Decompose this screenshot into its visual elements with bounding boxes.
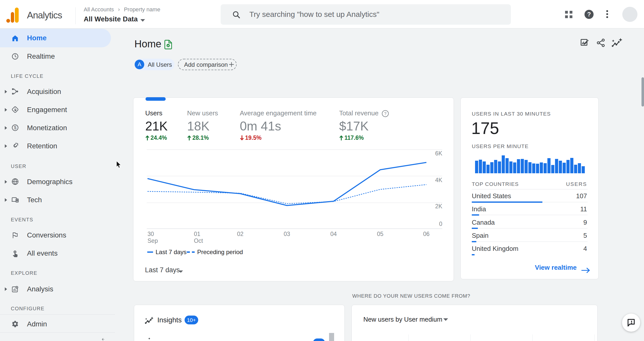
svg-text:6K: 6K xyxy=(435,150,443,157)
svg-text:06: 06 xyxy=(423,231,430,237)
svg-text:Preceding period: Preceding period xyxy=(197,249,243,255)
svg-text:Sep: Sep xyxy=(148,237,158,244)
svg-text:0: 0 xyxy=(439,221,442,227)
svg-text:02: 02 xyxy=(237,231,244,237)
svg-text:Last 7 days: Last 7 days xyxy=(156,249,187,255)
svg-text:?: ? xyxy=(587,11,591,18)
svg-text:$: $ xyxy=(14,125,16,130)
svg-text:30: 30 xyxy=(148,231,154,237)
svg-text:04: 04 xyxy=(330,231,337,237)
svg-text:2K: 2K xyxy=(435,203,443,210)
svg-text:Oct: Oct xyxy=(194,237,203,244)
svg-text:03: 03 xyxy=(284,231,290,237)
svg-text:05: 05 xyxy=(377,231,384,237)
svg-text:01: 01 xyxy=(194,231,200,237)
svg-text:4K: 4K xyxy=(435,177,443,183)
